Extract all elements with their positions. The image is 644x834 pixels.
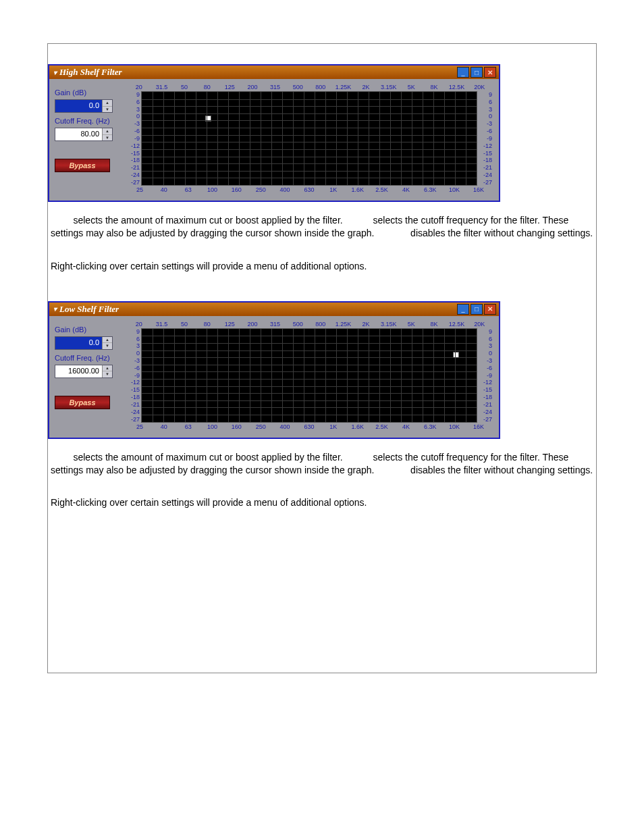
- y-tick: -27: [479, 179, 492, 186]
- x-tick: 200: [241, 84, 264, 90]
- x-tick: 500: [286, 84, 309, 90]
- x-tick: 31.5: [151, 321, 173, 328]
- close-icon[interactable]: ✕: [484, 304, 496, 315]
- cutoff-spinner[interactable]: ▲ ▼: [102, 365, 112, 377]
- x-tick: 630: [297, 423, 321, 430]
- x-tick: 20: [128, 84, 151, 90]
- y-tick: -3: [126, 120, 140, 127]
- y-tick: 6: [479, 336, 492, 342]
- chevron-down-icon[interactable]: ▼: [103, 371, 112, 377]
- cutoff-field[interactable]: 80.00 ▲ ▼: [55, 128, 113, 141]
- x-tick: 800: [309, 84, 332, 90]
- term-bypass: Bypass: [377, 465, 408, 475]
- collapse-icon[interactable]: ▾: [53, 69, 57, 76]
- panel-titlebar[interactable]: ▾ Low Shelf Filter _ □ ✕: [49, 303, 499, 316]
- x-tick: 16K: [466, 423, 491, 430]
- y-tick: -6: [479, 128, 492, 134]
- x-tick: 315: [264, 84, 287, 90]
- x-tick: 80: [196, 84, 219, 90]
- x-tick: 31.5: [151, 84, 173, 90]
- minimize-icon[interactable]: _: [457, 304, 469, 315]
- bypass-button[interactable]: Bypass: [55, 159, 110, 172]
- y-tick: -15: [126, 150, 140, 157]
- gain-value[interactable]: 0.0: [55, 337, 102, 349]
- x-tick: 1.25K: [332, 84, 355, 90]
- gain-spinner[interactable]: ▲ ▼: [102, 337, 112, 349]
- y-tick: -3: [479, 120, 492, 127]
- chevron-down-icon[interactable]: ▼: [103, 343, 112, 349]
- description-paragraph: Gain selects the amount of maximum cut o…: [48, 451, 596, 477]
- y-tick: 9: [126, 91, 140, 98]
- gain-label: Gain (dB): [55, 88, 122, 97]
- chevron-up-icon[interactable]: ▲: [103, 365, 112, 372]
- chevron-down-icon[interactable]: ▼: [103, 107, 112, 113]
- rightclick-note: Right-clicking over certain settings wil…: [48, 496, 596, 509]
- x-tick: 250: [248, 423, 273, 430]
- x-tick: 10K: [442, 423, 466, 430]
- maximize-icon[interactable]: □: [471, 67, 483, 78]
- y-tick: 9: [479, 328, 492, 335]
- maximize-icon[interactable]: □: [471, 304, 483, 315]
- x-tick: 5K: [400, 84, 423, 90]
- bypass-button[interactable]: Bypass: [55, 396, 110, 409]
- y-tick: 3: [479, 106, 492, 113]
- minimize-icon[interactable]: _: [457, 67, 469, 78]
- x-tick: 6.3K: [418, 186, 442, 193]
- x-tick: 4K: [394, 423, 418, 430]
- collapse-icon[interactable]: ▾: [53, 305, 57, 313]
- y-tick: 3: [479, 342, 492, 349]
- y-tick: -15: [479, 386, 492, 393]
- y-tick: 3: [126, 342, 140, 349]
- y-tick: -9: [126, 135, 140, 142]
- x-axis-bottom: 2540631001602504006301K1.6K2.5K4K6.3K10K…: [125, 423, 493, 431]
- term-gain: Gain: [51, 452, 71, 463]
- chevron-up-icon[interactable]: ▲: [103, 100, 112, 107]
- gain-value[interactable]: 0.0: [55, 100, 102, 112]
- x-axis-bottom: 2540631001602504006301K1.6K2.5K4K6.3K10K…: [125, 186, 493, 194]
- cutoff-value[interactable]: 80.00: [55, 128, 102, 140]
- x-tick: 2K: [354, 321, 377, 328]
- panel-title: Low Shelf Filter: [59, 304, 119, 315]
- panel-titlebar[interactable]: ▾ High Shelf Filter _ □ ✕: [49, 66, 499, 79]
- y-tick: 0: [126, 350, 140, 357]
- x-tick: 400: [273, 423, 297, 430]
- y-tick: -15: [479, 150, 492, 157]
- cutoff-field[interactable]: 16000.00 ▲ ▼: [55, 365, 113, 378]
- y-tick: -21: [126, 164, 140, 171]
- chevron-up-icon[interactable]: ▲: [103, 128, 112, 135]
- filter-chart[interactable]: [141, 91, 477, 186]
- x-tick: 400: [273, 186, 297, 193]
- gain-spinner[interactable]: ▲ ▼: [102, 100, 112, 112]
- y-axis-right: 9630-3-6-9-12-15-18-21-24-27: [477, 91, 493, 186]
- x-tick: 1.6K: [346, 423, 370, 430]
- y-tick: -6: [126, 365, 140, 371]
- gain-field[interactable]: 0.0 ▲ ▼: [55, 99, 113, 113]
- panel-body: Gain (dB) 0.0 ▲ ▼ Cutoff Freq. (Hz) 80.0…: [49, 79, 499, 201]
- chevron-up-icon[interactable]: ▲: [103, 337, 112, 344]
- cutoff-spinner[interactable]: ▲ ▼: [102, 128, 112, 140]
- x-tick: 10K: [442, 186, 466, 193]
- x-tick: 80: [196, 321, 219, 328]
- x-tick: 630: [297, 186, 321, 193]
- x-tick: 125: [219, 321, 242, 328]
- y-tick: -12: [479, 379, 492, 386]
- term-cutoff: Cutoff: [346, 452, 371, 463]
- y-tick: -24: [479, 409, 492, 415]
- gain-field[interactable]: 0.0 ▲ ▼: [55, 336, 113, 350]
- y-tick: -24: [126, 172, 140, 178]
- x-tick: 160: [224, 423, 248, 430]
- filter-chart[interactable]: [141, 328, 477, 423]
- x-tick: 25: [128, 186, 152, 193]
- x-tick: 2K: [354, 84, 377, 90]
- close-icon[interactable]: ✕: [484, 67, 496, 78]
- y-tick: -24: [126, 409, 140, 415]
- y-tick: 3: [126, 106, 140, 113]
- x-tick: 1.25K: [332, 321, 355, 328]
- panel-body: Gain (dB) 0.0 ▲ ▼ Cutoff Freq. (Hz) 1600…: [49, 316, 499, 438]
- x-tick: 63: [176, 423, 200, 430]
- x-tick: 3.15K: [377, 321, 400, 328]
- cutoff-value[interactable]: 16000.00: [55, 365, 102, 377]
- chevron-down-icon[interactable]: ▼: [103, 135, 112, 141]
- y-tick: -21: [479, 164, 492, 171]
- y-tick: -9: [126, 372, 140, 379]
